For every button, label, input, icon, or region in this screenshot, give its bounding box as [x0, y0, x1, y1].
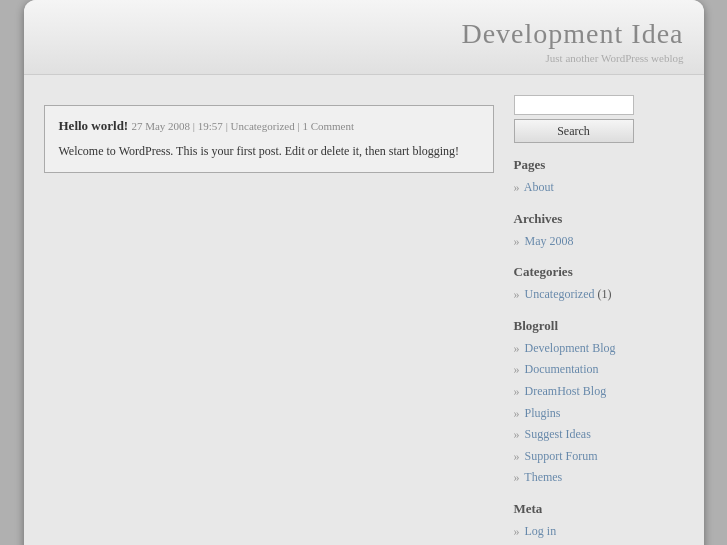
categories-link-uncategorized[interactable]: Uncategorized: [525, 287, 595, 301]
bullet-icon: »: [514, 234, 520, 248]
list-item: » Development Blog: [514, 338, 684, 360]
list-item: » DreamHost Blog: [514, 381, 684, 403]
pages-link-about[interactable]: About: [524, 180, 554, 194]
post-title-text: Hello world!: [59, 118, 129, 133]
bullet-icon: »: [514, 406, 520, 420]
pages-heading: Pages: [514, 157, 684, 173]
blogroll-link-plugins[interactable]: Plugins: [525, 406, 561, 420]
bullet-icon: »: [514, 470, 520, 484]
meta-section: Meta » Log in » Valid XHTML » XFN: [514, 501, 684, 545]
blogroll-link-docs[interactable]: Documentation: [525, 362, 599, 376]
bullet-icon: »: [514, 449, 520, 463]
list-item: » Themes: [514, 467, 684, 489]
list-item: » Uncategorized (1): [514, 284, 684, 306]
pages-section: Pages » About: [514, 157, 684, 199]
header: Development Idea Just another WordPress …: [24, 0, 704, 75]
list-item: » Support Forum: [514, 446, 684, 468]
blogroll-section: Blogroll » Development Blog » Documentat…: [514, 318, 684, 489]
bullet-icon: »: [514, 287, 520, 301]
bullet-icon: »: [514, 427, 520, 441]
categories-heading: Categories: [514, 264, 684, 280]
blogroll-link-support[interactable]: Support Forum: [525, 449, 598, 463]
archives-section: Archives » May 2008: [514, 211, 684, 253]
blogroll-link-suggest[interactable]: Suggest Ideas: [525, 427, 591, 441]
search-button[interactable]: Search: [514, 119, 634, 143]
site-subtitle: Just another WordPress weblog: [44, 52, 684, 64]
bullet-icon: »: [514, 524, 520, 538]
post-box: Hello world! 27 May 2008 | 19:57 | Uncat…: [44, 105, 494, 173]
list-item: » About: [514, 177, 684, 199]
blogroll-heading: Blogroll: [514, 318, 684, 334]
archives-heading: Archives: [514, 211, 684, 227]
page-wrapper: Development Idea Just another WordPress …: [24, 0, 704, 545]
meta-link-login[interactable]: Log in: [525, 524, 557, 538]
meta-heading: Meta: [514, 501, 684, 517]
category-count: (1): [597, 287, 611, 301]
post-title: Hello world! 27 May 2008 | 19:57 | Uncat…: [59, 118, 479, 134]
list-item: » Plugins: [514, 403, 684, 425]
sidebar: Search Pages » About Archives » May 2008…: [514, 95, 684, 545]
list-item: » Documentation: [514, 359, 684, 381]
bullet-icon: »: [514, 362, 520, 376]
post-time: 19:57: [198, 120, 223, 132]
post-body: Welcome to WordPress. This is your first…: [59, 142, 479, 160]
bullet-icon: »: [514, 341, 520, 355]
search-box: Search: [514, 95, 684, 143]
post-date: 27 May 2008: [131, 120, 190, 132]
blogroll-link-devblog[interactable]: Development Blog: [525, 341, 616, 355]
categories-section: Categories » Uncategorized (1): [514, 264, 684, 306]
list-item: » May 2008: [514, 231, 684, 253]
content-area: Hello world! 27 May 2008 | 19:57 | Uncat…: [24, 75, 704, 545]
search-input[interactable]: [514, 95, 634, 115]
post-category: Uncategorized: [231, 120, 295, 132]
post-meta: 27 May 2008 | 19:57 | Uncategorized | 1 …: [131, 120, 354, 132]
main-content: Hello world! 27 May 2008 | 19:57 | Uncat…: [44, 95, 494, 545]
list-item: » Suggest Ideas: [514, 424, 684, 446]
list-item: » Log in: [514, 521, 684, 543]
blogroll-link-themes[interactable]: Themes: [524, 470, 562, 484]
archives-link-may2008[interactable]: May 2008: [525, 234, 574, 248]
post-comments: 1 Comment: [302, 120, 354, 132]
site-title: Development Idea: [44, 18, 684, 50]
bullet-icon: »: [514, 384, 520, 398]
bullet-icon: »: [514, 180, 520, 194]
blogroll-link-dreamhost[interactable]: DreamHost Blog: [525, 384, 607, 398]
